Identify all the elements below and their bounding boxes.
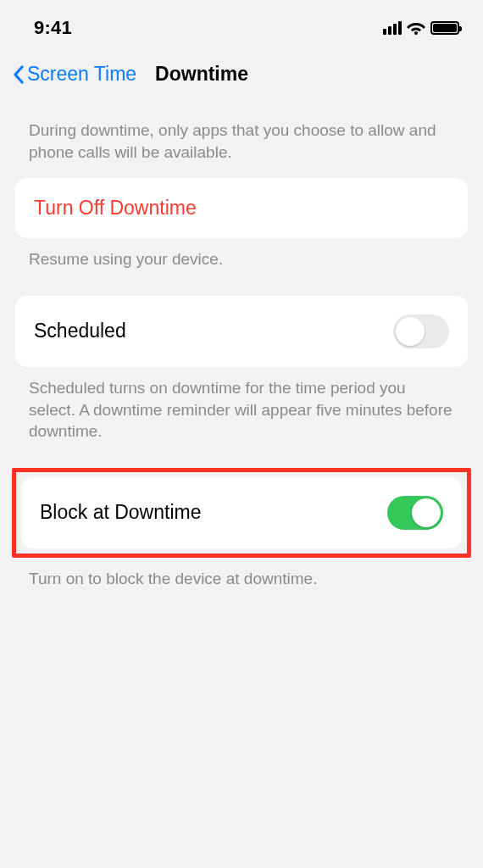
back-button[interactable]: Screen Time — [12, 63, 136, 86]
intro-description: During downtime, only apps that you choo… — [15, 94, 468, 178]
page-title: Downtime — [155, 63, 248, 86]
chevron-left-icon — [12, 64, 25, 85]
back-label: Screen Time — [27, 63, 136, 86]
scheduled-toggle[interactable] — [393, 314, 449, 348]
status-time: 9:41 — [34, 17, 72, 39]
block-at-downtime-footer: Turn on to block the device at downtime. — [15, 558, 468, 615]
scheduled-label: Scheduled — [34, 320, 126, 342]
battery-icon — [430, 21, 459, 35]
turn-off-downtime-button[interactable]: Turn Off Downtime — [15, 178, 468, 238]
status-bar: 9:41 — [0, 0, 483, 47]
svg-point-0 — [414, 31, 418, 35]
cellular-signal-icon — [383, 21, 402, 35]
turn-off-footer: Resume using your device. — [15, 238, 468, 296]
content: During downtime, only apps that you choo… — [0, 94, 483, 615]
turn-off-downtime-label: Turn Off Downtime — [34, 197, 197, 220]
scheduled-row: Scheduled — [15, 296, 468, 367]
block-at-downtime-row: Block at Downtime — [21, 477, 462, 548]
scheduled-footer: Scheduled turns on downtime for the time… — [15, 367, 468, 468]
block-at-downtime-highlight: Block at Downtime — [12, 468, 471, 558]
status-indicators — [383, 21, 459, 35]
wifi-icon — [407, 21, 425, 35]
block-at-downtime-label: Block at Downtime — [40, 501, 201, 524]
block-at-downtime-toggle[interactable] — [387, 496, 443, 530]
nav-header: Screen Time Downtime — [0, 47, 483, 94]
